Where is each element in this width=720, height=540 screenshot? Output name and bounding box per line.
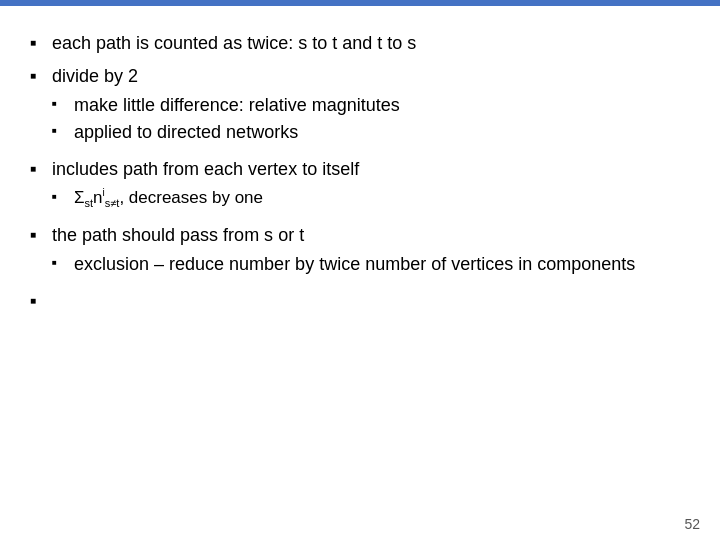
- sub-bullet-icon: ■: [52, 185, 74, 203]
- sub-bullet-icon: ■: [52, 92, 74, 110]
- list-item: ■ the path should pass from s or t ■ exc…: [30, 222, 690, 282]
- sub-item-text: make little difference: relative magnitu…: [74, 92, 400, 119]
- bullet-icon: ■: [30, 30, 52, 50]
- sub-list-item: ■ Σstnis≠t, decreases by one: [52, 185, 359, 212]
- sub-item-text: applied to directed networks: [74, 119, 298, 146]
- sub-bullet-icon: ■: [52, 251, 74, 269]
- list-item-empty: ■: [30, 288, 690, 308]
- sub-list: ■ exclusion – reduce number by twice num…: [52, 251, 635, 278]
- sub-list-item: ■ exclusion – reduce number by twice num…: [52, 251, 635, 278]
- top-border: [0, 0, 720, 6]
- page-number: 52: [684, 516, 700, 532]
- sub-list-item: ■ applied to directed networks: [52, 119, 400, 146]
- list-item: ■ divide by 2 ■ make little difference: …: [30, 63, 690, 150]
- sub-list: ■ Σstnis≠t, decreases by one: [52, 185, 359, 212]
- item-text: divide by 2 ■ make little difference: re…: [52, 63, 400, 150]
- sub-list: ■ make little difference: relative magni…: [52, 92, 400, 146]
- main-list: ■ each path is counted as twice: s to t …: [30, 30, 690, 308]
- list-item: ■ includes path from each vertex to itse…: [30, 156, 690, 216]
- bullet-icon: ■: [30, 63, 52, 83]
- item-text: the path should pass from s or t ■ exclu…: [52, 222, 635, 282]
- slide-content: ■ each path is counted as twice: s to t …: [30, 20, 690, 510]
- math-expression: Σstnis≠t, decreases by one: [74, 185, 263, 212]
- item-text: includes path from each vertex to itself…: [52, 156, 359, 216]
- sub-item-text: exclusion – reduce number by twice numbe…: [74, 251, 635, 278]
- sub-bullet-icon: ■: [52, 119, 74, 137]
- bullet-icon: ■: [30, 288, 52, 308]
- item-text: each path is counted as twice: s to t an…: [52, 30, 416, 57]
- bullet-icon: ■: [30, 222, 52, 242]
- list-item: ■ each path is counted as twice: s to t …: [30, 30, 690, 57]
- sub-list-item: ■ make little difference: relative magni…: [52, 92, 400, 119]
- bullet-icon: ■: [30, 156, 52, 176]
